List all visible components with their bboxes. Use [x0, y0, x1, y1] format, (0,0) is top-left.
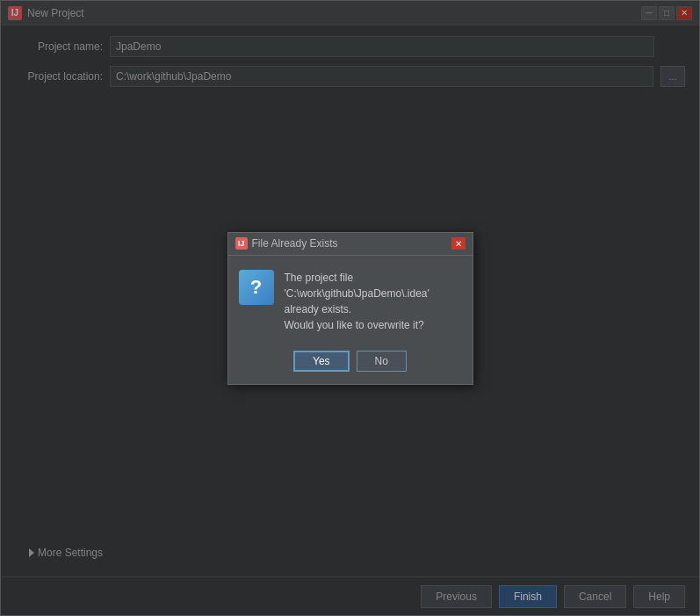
no-button[interactable]: No: [357, 351, 407, 372]
dialog-title-text: File Already Exists: [252, 237, 338, 250]
dialog-body: ? The project file 'C:\work\github\JpaDe…: [228, 256, 473, 344]
dialog-buttons: Yes No: [228, 344, 473, 384]
dialog-close-button[interactable]: ✕: [451, 237, 465, 250]
yes-button[interactable]: Yes: [293, 351, 350, 372]
file-exists-dialog: IJ File Already Exists ✕ ? The project f…: [227, 232, 473, 385]
dialog-title-left: IJ File Already Exists: [235, 237, 338, 250]
question-icon: ?: [239, 270, 274, 305]
dialog-app-icon: IJ: [235, 237, 248, 250]
main-window: IJ New Project ─ □ ✕ Project name: Proje…: [0, 0, 700, 616]
dialog-overlay: IJ File Already Exists ✕ ? The project f…: [1, 1, 699, 615]
dialog-message: The project file 'C:\work\github\JpaDemo…: [285, 270, 462, 333]
dialog-title-bar: IJ File Already Exists ✕: [228, 233, 473, 256]
